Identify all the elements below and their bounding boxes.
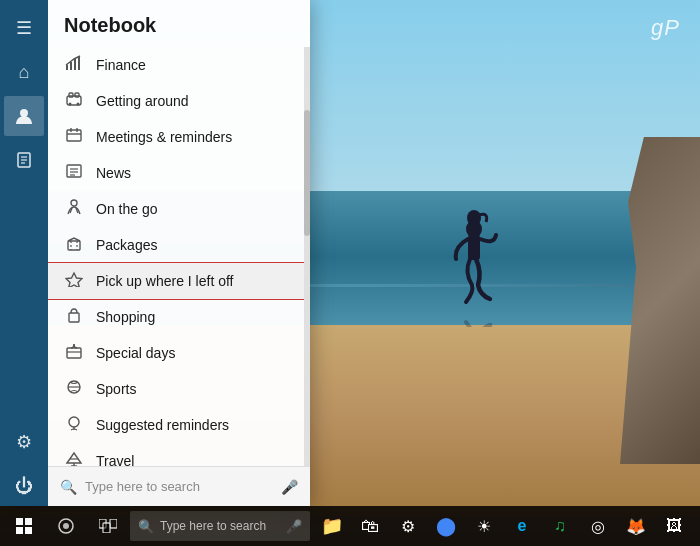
search-icon: 🔍 bbox=[60, 479, 77, 495]
svg-rect-14 bbox=[78, 56, 80, 70]
taskbar-photos[interactable]: 🖼 bbox=[656, 506, 692, 546]
svg-rect-55 bbox=[16, 527, 23, 534]
svg-rect-54 bbox=[25, 518, 32, 525]
home-icon[interactable]: ⌂ bbox=[4, 52, 44, 92]
news-icon bbox=[64, 163, 84, 183]
menu-item-packages[interactable]: Packages bbox=[48, 227, 310, 263]
left-rail: ☰ ⌂ ⚙ ⏻ bbox=[0, 0, 48, 506]
taskbar-mic-icon[interactable]: 🎤 bbox=[286, 519, 302, 534]
system-tray: 📁 🛍 ⚙ ⬤ ☀ e ♫ ◎ 🦊 🖼 ✉ 📅 W bbox=[314, 506, 700, 546]
menu-item-sports[interactable]: Sports bbox=[48, 371, 310, 407]
svg-rect-12 bbox=[70, 62, 72, 70]
menu-item-finance[interactable]: Finance bbox=[48, 47, 310, 83]
menu-item-travel[interactable]: Travel bbox=[48, 443, 310, 466]
taskbar-cortana2[interactable]: ◎ bbox=[580, 506, 616, 546]
sports-icon bbox=[64, 379, 84, 399]
sports-label: Sports bbox=[96, 381, 136, 397]
menu-item-on-the-go[interactable]: On the go bbox=[48, 191, 310, 227]
taskbar-mail[interactable]: ✉ bbox=[694, 506, 700, 546]
svg-rect-53 bbox=[16, 518, 23, 525]
scroll-indicator[interactable] bbox=[304, 47, 310, 466]
task-view-button[interactable] bbox=[88, 506, 128, 546]
watermark: gP bbox=[651, 15, 680, 41]
menu-content: Notebook FinanceGetting aroundMeetings &… bbox=[48, 0, 310, 506]
search-input[interactable] bbox=[85, 479, 273, 494]
svg-point-19 bbox=[77, 103, 80, 106]
travel-label: Travel bbox=[96, 453, 134, 466]
finance-icon bbox=[64, 55, 84, 75]
getting-around-label: Getting around bbox=[96, 93, 189, 109]
svg-rect-56 bbox=[25, 527, 32, 534]
svg-point-1 bbox=[467, 210, 481, 226]
svg-rect-36 bbox=[67, 348, 81, 358]
suggested-label: Suggested reminders bbox=[96, 417, 229, 433]
svg-rect-17 bbox=[75, 93, 79, 97]
news-label: News bbox=[96, 165, 131, 181]
meetings-label: Meetings & reminders bbox=[96, 129, 232, 145]
microphone-icon[interactable]: 🎤 bbox=[281, 479, 298, 495]
taskbar-search[interactable]: 🔍 🎤 bbox=[130, 511, 310, 541]
svg-rect-20 bbox=[67, 130, 81, 141]
svg-rect-13 bbox=[74, 59, 76, 70]
menu-item-getting-around[interactable]: Getting around bbox=[48, 83, 310, 119]
power-icon[interactable]: ⏻ bbox=[4, 466, 44, 506]
menu-search-bar[interactable]: 🔍 🎤 bbox=[48, 466, 310, 506]
taskbar-search-input[interactable] bbox=[160, 519, 280, 533]
menu-item-pick-up[interactable]: Pick up where I left off bbox=[48, 263, 310, 299]
hamburger-icon[interactable]: ☰ bbox=[4, 8, 44, 48]
menu-item-meetings[interactable]: Meetings & reminders bbox=[48, 119, 310, 155]
menu-item-news[interactable]: News bbox=[48, 155, 310, 191]
start-button[interactable] bbox=[4, 506, 44, 546]
runner-silhouette bbox=[444, 207, 504, 327]
taskbar: 🔍 🎤 📁 🛍 ⚙ ⬤ ☀ e ♫ ◎ 🦊 🖼 ✉ 📅 W bbox=[0, 506, 700, 546]
user-icon[interactable] bbox=[4, 96, 44, 136]
cortana-button[interactable] bbox=[46, 506, 86, 546]
pick-up-icon bbox=[64, 271, 84, 291]
scroll-thumb bbox=[304, 110, 310, 236]
svg-point-6 bbox=[20, 109, 28, 117]
svg-point-58 bbox=[63, 523, 69, 529]
packages-icon bbox=[64, 235, 84, 255]
taskbar-settings[interactable]: ⚙ bbox=[390, 506, 426, 546]
menu-title: Notebook bbox=[48, 0, 310, 47]
menu-item-shopping[interactable]: Shopping bbox=[48, 299, 310, 335]
getting-around-icon bbox=[64, 91, 84, 111]
taskbar-folder[interactable]: 📁 bbox=[314, 506, 350, 546]
menu-item-special-days[interactable]: Special days bbox=[48, 335, 310, 371]
svg-point-40 bbox=[69, 417, 79, 427]
shopping-label: Shopping bbox=[96, 309, 155, 325]
taskbar-firefox[interactable]: 🦊 bbox=[618, 506, 654, 546]
svg-rect-31 bbox=[68, 241, 80, 250]
svg-rect-35 bbox=[69, 313, 79, 322]
travel-icon bbox=[64, 451, 84, 466]
start-menu: ☰ ⌂ ⚙ ⏻ Notebook FinanceGetting aroundMe… bbox=[0, 0, 310, 506]
pick-up-label: Pick up where I left off bbox=[96, 273, 233, 289]
taskbar-store[interactable]: 🛍 bbox=[352, 506, 388, 546]
svg-rect-61 bbox=[103, 523, 110, 533]
shopping-icon bbox=[64, 307, 84, 327]
svg-rect-16 bbox=[69, 93, 73, 97]
document-icon[interactable] bbox=[4, 140, 44, 180]
meetings-icon bbox=[64, 127, 84, 147]
svg-marker-34 bbox=[66, 273, 82, 287]
menu-item-suggested[interactable]: Suggested reminders bbox=[48, 407, 310, 443]
taskbar-edge[interactable]: e bbox=[504, 506, 540, 546]
svg-point-18 bbox=[69, 103, 72, 106]
suggested-icon bbox=[64, 415, 84, 435]
packages-label: Packages bbox=[96, 237, 157, 253]
settings-icon[interactable]: ⚙ bbox=[4, 422, 44, 462]
special-days-icon bbox=[64, 343, 84, 363]
svg-point-28 bbox=[71, 200, 77, 206]
special-days-label: Special days bbox=[96, 345, 175, 361]
menu-list[interactable]: FinanceGetting aroundMeetings & reminder… bbox=[48, 47, 310, 466]
svg-rect-11 bbox=[66, 65, 68, 70]
on-the-go-icon bbox=[64, 199, 84, 219]
taskbar-brightness[interactable]: ☀ bbox=[466, 506, 502, 546]
on-the-go-label: On the go bbox=[96, 201, 158, 217]
svg-rect-60 bbox=[110, 519, 117, 528]
taskbar-spotify[interactable]: ♫ bbox=[542, 506, 578, 546]
finance-label: Finance bbox=[96, 57, 146, 73]
taskbar-chrome[interactable]: ⬤ bbox=[428, 506, 464, 546]
taskbar-search-icon: 🔍 bbox=[138, 519, 154, 534]
